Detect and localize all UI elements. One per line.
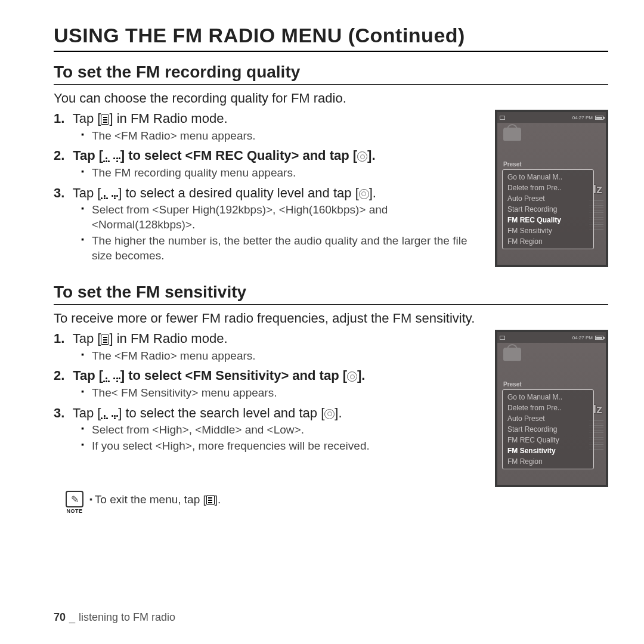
ok-icon [359,189,369,199]
step-text: ] in FM Radio mode. [109,111,227,126]
device-time: 04:27 PM [572,335,593,340]
device-menu-item: Go to Manual M.. [503,392,593,402]
step-number: 2. [54,147,69,165]
battery-icon [595,116,603,120]
step-text: Tap [ [73,185,101,200]
sub-note: The <FM Radio> menu appears. [81,129,484,144]
step-text: and tap [ [289,368,347,383]
step-text: ] to select [120,148,185,163]
menu-icon [206,495,215,505]
step-text: ]. [369,185,376,200]
note-label: NOTE [66,508,82,514]
device-menu-item: Auto Preset [503,193,593,204]
step-text: Tap [ [73,405,101,420]
step-text: Tap [ [73,111,101,126]
sub-note: Select from <Super High(192kbps)>, <High… [81,203,484,232]
step-text: ] in FM Radio mode. [109,331,227,346]
device-menu-item: FM Region [503,236,593,247]
note-icon: ✎ [66,491,83,507]
device-menu-item: FM REC Quality [503,435,593,445]
sub-note: The< FM Sensitivity> menu appears. [81,386,484,401]
device-menu-item: Start Recording [503,204,593,215]
step-number: 2. [54,367,69,385]
step-text: and tap [ [299,148,357,163]
status-icon [500,116,505,120]
device-menu-item-selected: FM REC Quality [503,215,593,225]
device-time: 04:27 PM [572,115,593,120]
sub-note: The FM recording quality menu appears. [81,166,484,181]
page-footer: 70_listening to FM radio [54,611,175,624]
device-menu-item: Start Recording [503,424,593,435]
updown-icon [103,377,120,382]
sub-note: Select from <High>, <Middle> and <Low>. [81,423,484,438]
note-text: To exit the menu, tap []. [89,491,221,506]
device-menu-item: FM Sensitivity [503,225,593,236]
step-number: 1. [54,330,69,348]
ok-icon [357,151,367,162]
page-title: USING THE FM RADIO MENU (Continued) [54,24,608,52]
frequency-suffix: Iz [593,182,602,196]
section-heading: To set the FM sensitivity [54,283,608,305]
steps-list: 1. Tap [] in FM Radio mode. The <FM Radi… [54,330,484,457]
section-intro: To receive more or fewer FM radio freque… [54,311,608,326]
preset-label: Preset [503,381,522,388]
sub-note: The <FM Radio> menu appears. [81,349,484,364]
step-text-bold: <FM REC Quality> [185,148,299,163]
device-menu: Go to Manual M.. Delete from Pre.. Auto … [502,389,594,469]
step-text: ]. [357,368,365,383]
preset-label: Preset [503,161,522,168]
frequency-suffix: Iz [593,402,602,416]
menu-icon [101,114,109,125]
section-heading: To set the FM recording quality [54,63,608,85]
step-text: ] to select a desired quality level and … [118,185,359,200]
steps-list: 1. Tap [] in FM Radio mode. The <FM Radi… [54,110,484,267]
device-menu-item: Delete from Pre.. [503,182,593,193]
step-text: ] to select [120,368,185,383]
radio-icon [503,348,521,361]
radio-icon [503,128,521,141]
device-menu-item: Delete from Pre.. [503,402,593,413]
page-number: 70 [54,611,66,623]
step-text: Tap [ [73,368,103,383]
ok-icon [324,409,335,419]
step-text: Tap [ [73,148,103,163]
sub-note: If you select <High>, more frequencies w… [81,439,484,454]
note: ✎ NOTE To exit the menu, tap []. [66,491,608,514]
step-number: 3. [54,404,69,422]
device-menu-item: Go to Manual M.. [503,172,593,182]
sub-note: The higher the number is, the better the… [81,234,484,263]
battery-icon [595,336,603,340]
device-screenshot: 04:27 PM Preset Iz Go to Manual M.. Dele… [495,110,608,267]
device-menu-item: Auto Preset [503,413,593,424]
step-text: ] to select the search level and tap [ [118,405,324,420]
ok-icon [347,371,357,382]
updown-icon [101,415,118,419]
chapter-name: listening to FM radio [79,611,175,623]
device-menu: Go to Manual M.. Delete from Pre.. Auto … [502,169,594,249]
status-icon [500,336,505,340]
section-intro: You can choose the recording quality for… [54,91,608,106]
step-text: ]. [367,148,375,163]
step-text: ]. [335,405,342,420]
menu-icon [101,335,109,345]
step-number: 1. [54,110,69,128]
step-text: Tap [ [73,331,101,346]
step-text-bold: <FM Sensitivity> [185,368,289,383]
updown-icon [101,195,118,199]
device-menu-item: FM Region [503,456,593,467]
device-menu-item-selected: FM Sensitivity [503,445,593,456]
section-recording-quality: To set the FM recording quality You can … [54,63,608,267]
step-number: 3. [54,184,69,202]
section-fm-sensitivity: To set the FM sensitivity To receive mor… [54,283,608,514]
updown-icon [103,157,120,162]
device-screenshot: 04:27 PM Preset Iz Go to Manual M.. Dele… [495,330,608,487]
